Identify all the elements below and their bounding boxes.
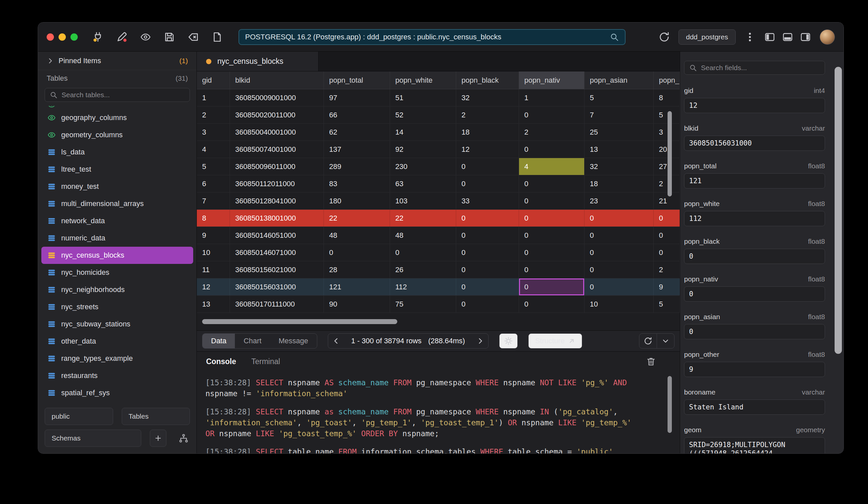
sidebar-item-geometry_columns[interactable]: geometry_columns: [41, 126, 193, 144]
grid-cell[interactable]: 0: [585, 261, 654, 278]
zoom-window-button[interactable]: [71, 33, 78, 41]
grid-cell[interactable]: 4: [197, 141, 230, 158]
clear-console-trash-icon[interactable]: [646, 357, 656, 366]
grid-cell[interactable]: 103: [390, 192, 456, 209]
console-log[interactable]: [15:38:28] SELECT nspname AS schema_name…: [197, 371, 680, 453]
sidebar-item-range_types_example[interactable]: range_types_example: [41, 350, 193, 367]
grid-cell[interactable]: 2: [197, 106, 230, 123]
field-value-input[interactable]: 0: [684, 286, 825, 302]
table-row[interactable]: 4360850074001000137921201320: [197, 141, 680, 158]
grid-cell[interactable]: 0: [519, 175, 585, 192]
grid-cell[interactable]: 0: [456, 261, 519, 278]
column-header-popn_white[interactable]: popn_white: [390, 71, 456, 89]
grid-cell[interactable]: 112: [390, 279, 456, 295]
grid-cell[interactable]: 360850146051000: [230, 227, 324, 244]
grid-cell[interactable]: 0: [456, 158, 519, 175]
chevron-right-icon[interactable]: [46, 57, 54, 64]
grid-cell[interactable]: 0: [456, 279, 519, 295]
grid-cell[interactable]: 360850138001000: [230, 210, 324, 227]
grid-cell[interactable]: 23: [585, 192, 654, 209]
grid-cell[interactable]: 12: [456, 141, 519, 158]
grid-cell[interactable]: 0: [585, 244, 654, 261]
grid-cell[interactable]: 121: [324, 279, 390, 295]
grid-cell[interactable]: 26: [390, 261, 456, 278]
grid-cell[interactable]: 2: [654, 175, 680, 192]
object-type-selector-button[interactable]: Tables: [122, 408, 190, 425]
grid-cell[interactable]: 6: [197, 175, 230, 192]
add-schema-button[interactable]: [150, 430, 166, 447]
grid-cell[interactable]: 0: [519, 244, 585, 261]
grid-cell[interactable]: 28: [324, 261, 390, 278]
new-record-icon[interactable]: [116, 31, 127, 43]
panel-vertical-scrollbar[interactable]: [835, 67, 842, 354]
grid-cell[interactable]: 3: [654, 124, 680, 140]
diagram-button[interactable]: [177, 432, 190, 445]
grid-cell[interactable]: 137: [324, 141, 390, 158]
refresh-options-button[interactable]: [657, 334, 674, 348]
grid-cell[interactable]: 0: [519, 141, 585, 158]
grid-cell[interactable]: 0: [585, 279, 654, 295]
field-value-input[interactable]: 0: [684, 324, 825, 339]
grid-cell[interactable]: 0: [519, 296, 585, 313]
tables-search-input[interactable]: Search tables...: [45, 88, 190, 102]
grid-cell[interactable]: 97: [324, 89, 390, 106]
grid-cell[interactable]: 360850040001000: [230, 124, 324, 140]
column-header-popn_other[interactable]: popn_other: [654, 71, 680, 89]
grid-cell[interactable]: 14: [390, 124, 456, 140]
grid-cell[interactable]: 10: [585, 296, 654, 313]
grid-cell[interactable]: 22: [324, 210, 390, 227]
grid-cell[interactable]: 360850170111000: [230, 296, 324, 313]
fields-search-input[interactable]: Search fields...: [684, 61, 825, 75]
minimize-window-button[interactable]: [59, 33, 66, 41]
grid-cell[interactable]: 83: [324, 175, 390, 192]
save-icon[interactable]: [164, 31, 175, 43]
sidebar-item-nyc_subway_stations[interactable]: nyc_subway_stations: [41, 315, 193, 333]
sidebar-item-nyc_census_blocks[interactable]: nyc_census_blocks: [41, 247, 193, 264]
tab-terminal[interactable]: Terminal: [251, 357, 280, 366]
column-header-popn_black[interactable]: popn_black: [456, 71, 519, 89]
search-icon[interactable]: [610, 32, 619, 42]
grid-cell[interactable]: 1: [519, 89, 585, 106]
sidebar-item-nyc_streets[interactable]: nyc_streets: [41, 298, 193, 315]
grid-cell[interactable]: 0: [456, 244, 519, 261]
table-row[interactable]: 5360850096011000289230043227: [197, 158, 680, 175]
sidebar-item-ltree_test[interactable]: ltree_test: [41, 161, 193, 178]
grid-cell[interactable]: 22: [390, 210, 456, 227]
sidebar-item-network_data[interactable]: network_data: [41, 212, 193, 230]
preview-changes-icon[interactable]: [140, 31, 151, 43]
grid-cell[interactable]: 33: [456, 192, 519, 209]
grid-cell[interactable]: 5: [585, 89, 654, 106]
grid-cell[interactable]: 25: [585, 124, 654, 140]
tab-console[interactable]: Console: [206, 357, 236, 366]
grid-cell[interactable]: 360850009001000: [230, 89, 324, 106]
sidebar-item-numeric_data[interactable]: numeric_data: [41, 230, 193, 247]
grid-cell[interactable]: 0: [456, 227, 519, 244]
refresh-icon[interactable]: [659, 31, 670, 43]
grid-cell[interactable]: 230: [390, 158, 456, 175]
table-row[interactable]: 236085002001100066522075: [197, 106, 680, 124]
grid-cell[interactable]: 0: [519, 279, 585, 295]
column-header-gid[interactable]: gid: [197, 71, 230, 89]
grid-cell[interactable]: 12: [197, 279, 230, 295]
sidebar-item-nyc_neighborhoods[interactable]: nyc_neighborhoods: [41, 281, 193, 298]
grid-cell[interactable]: 5: [197, 158, 230, 175]
schemas-button[interactable]: Schemas: [45, 430, 141, 447]
connection-address-bar[interactable]: POSTGRESQL 16.2 (Postgres.app) : ddd_pos…: [238, 29, 626, 45]
table-row[interactable]: 73608501280410001801033302321: [197, 192, 680, 210]
grid-cell[interactable]: 66: [324, 106, 390, 123]
toggle-left-panel-icon[interactable]: [764, 31, 775, 43]
field-value-input[interactable]: SRID=26918;MULTIPOLYGON (((571948.261256…: [684, 437, 825, 453]
grid-cell[interactable]: 62: [324, 124, 390, 140]
grid-cell[interactable]: 360850074001000: [230, 141, 324, 158]
field-value-input[interactable]: 112: [684, 211, 825, 226]
structure-button[interactable]: Structure: [528, 333, 582, 349]
grid-cell[interactable]: 20: [654, 141, 680, 158]
grid-cell[interactable]: 51: [390, 89, 456, 106]
grid-cell[interactable]: 1: [197, 89, 230, 106]
table-row[interactable]: 1360850009001000975132158: [197, 89, 680, 106]
grid-cell[interactable]: 360850156031000: [230, 279, 324, 295]
field-value-input[interactable]: 9: [684, 362, 825, 377]
grid-cell[interactable]: 0: [390, 244, 456, 261]
tab-chart[interactable]: Chart: [235, 334, 270, 348]
grid-cell[interactable]: 92: [390, 141, 456, 158]
